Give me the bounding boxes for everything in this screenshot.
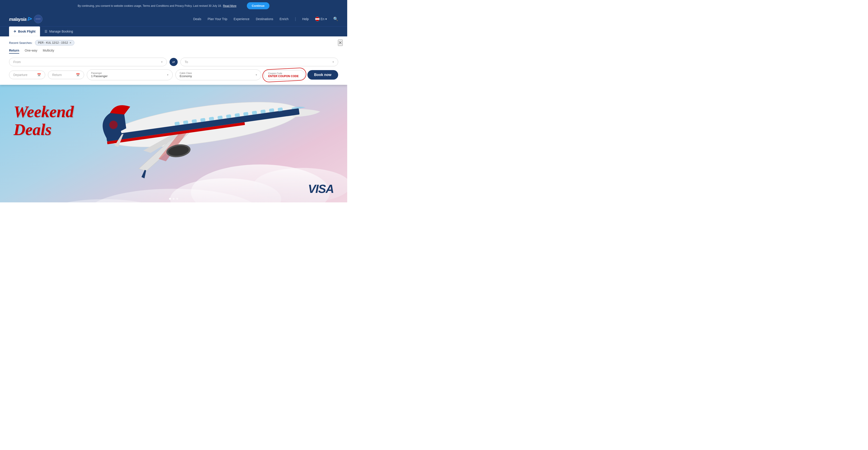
close-panel-button[interactable]: ✕ [338,39,343,46]
svg-rect-14 [217,116,223,120]
logo-malaysia: malaysia [9,17,26,22]
cookie-banner: By continuing, you consent to website co… [0,0,347,11]
nav-destinations[interactable]: Destinations [256,17,273,21]
trip-tab-oneway[interactable]: One-way [25,49,37,54]
passenger-chevron-icon: ▾ [167,73,168,77]
trip-tab-oneway-label: One-way [25,49,37,52]
cabin-value: Economy [180,74,192,78]
swap-button[interactable]: ⇄ [169,58,178,66]
language-selector[interactable]: En ▾ [315,17,327,21]
lang-chevron: ▾ [325,17,327,21]
recent-tag[interactable]: PER - KUL 12/12 - 15/12 ✕ [35,40,74,46]
svg-rect-13 [209,117,214,121]
to-field[interactable]: To ▾ [180,58,338,66]
nav-plan[interactable]: Plan Your Trip [208,17,227,21]
return-placeholder: Return [52,73,62,77]
tab-book-flight[interactable]: ✈ Book Flight [9,26,40,36]
visa-logo: VISA [308,182,334,196]
continue-button[interactable]: Continue [247,2,270,9]
svg-rect-18 [252,111,257,115]
svg-rect-21 [278,108,283,112]
return-field[interactable]: Return 📅 [48,70,84,79]
carousel-dot-1[interactable] [169,198,171,200]
svg-rect-15 [226,114,231,118]
coupon-field[interactable]: Coupon Code ENTER COUPON CODE [264,70,305,80]
svg-rect-17 [243,112,248,116]
from-chevron-icon: ▾ [161,60,162,64]
carousel-dot-3[interactable] [176,198,178,200]
logo-text: malaysia⊳ [9,16,32,22]
recent-searches-label: Recent Searches: [9,41,32,44]
from-field[interactable]: From ▾ [9,58,167,66]
hero-section: Weekend Deals VISA [0,85,347,202]
enrich-logo: enrich [34,15,42,23]
return-calendar-icon: 📅 [76,73,80,77]
passenger-label: Passenger [91,72,107,74]
svg-rect-20 [269,108,274,112]
to-chevron-icon: ▾ [333,60,334,64]
cookie-text: By continuing, you consent to website co… [78,4,222,7]
departure-field[interactable]: Departure 📅 [9,70,45,79]
manage-booking-icon: ☰ [44,30,48,33]
trip-tab-multicity-label: Multicity [43,49,54,52]
svg-rect-11 [192,119,197,123]
cabin-field[interactable]: Cabin Class Economy ▾ [176,69,261,80]
carousel-dot-2[interactable] [173,198,175,200]
svg-rect-9 [175,122,180,126]
booking-options-row: Departure 📅 Return 📅 Passenger 1 Passeng… [9,69,338,80]
svg-rect-12 [200,118,206,122]
nav-enrich[interactable]: Enrich [280,17,289,21]
cabin-label: Cabin Class [180,72,192,74]
tab-manage-booking[interactable]: ☰ Manage Booking [40,26,78,36]
main-nav: Deals Plan Your Trip Experience Destinat… [193,17,338,22]
flag-icon [315,17,320,21]
to-placeholder: To [185,60,188,64]
from-placeholder: From [13,60,21,64]
passenger-field[interactable]: Passenger 1 Passenger ▾ [87,69,173,80]
tabs-bar: ✈ Book Flight ☰ Manage Booking [0,26,347,36]
svg-rect-16 [235,113,240,117]
svg-rect-19 [260,110,266,114]
from-to-row: From ▾ ⇄ To ▾ [9,58,338,66]
weekend-deals-line2: Deals [13,121,74,139]
recent-searches: Recent Searches: PER - KUL 12/12 - 15/12… [9,40,338,46]
logo-area: malaysia⊳ enrich [9,15,193,23]
read-more-link[interactable]: Read More [223,4,236,7]
svg-rect-10 [183,120,188,124]
search-icon[interactable]: 🔍 [333,17,338,22]
weekend-deals-text: Weekend Deals [13,103,74,139]
trip-tab-return[interactable]: Return [9,49,19,54]
nav-deals[interactable]: Deals [193,17,202,21]
carousel-dots [169,198,178,200]
book-now-button[interactable]: Book now [307,70,338,80]
header: malaysia⊳ enrich Deals Plan Your Trip Ex… [0,11,347,26]
trip-type-tabs: Return One-way Multicity [9,49,338,54]
logo[interactable]: malaysia⊳ enrich [9,15,42,23]
nav-help[interactable]: Help [302,17,309,21]
book-flight-label: Book Flight [18,30,35,33]
passenger-value: 1 Passenger [91,74,107,78]
lang-text: En [320,17,324,21]
swap-icon: ⇄ [172,60,175,64]
trip-tab-multicity[interactable]: Multicity [43,49,54,54]
nav-experience[interactable]: Experience [234,17,250,21]
recent-tag-close[interactable]: ✕ [69,41,71,44]
weekend-deals-line1: Weekend [13,103,74,121]
book-flight-icon: ✈ [13,30,16,33]
manage-booking-label: Manage Booking [49,30,73,33]
recent-tag-text: PER - KUL 12/12 - 15/12 [38,41,68,44]
search-panel: ✕ Recent Searches: PER - KUL 12/12 - 15/… [0,36,347,85]
coupon-placeholder: ENTER COUPON CODE [268,74,301,78]
trip-tab-return-label: Return [9,49,19,52]
nav-divider: | [295,17,296,21]
departure-calendar-icon: 📅 [37,73,41,77]
hero-plane-image [0,85,347,202]
coupon-label: Coupon Code [268,72,301,74]
logo-wing: ⊳ [27,16,32,22]
cabin-chevron-icon: ▾ [256,73,257,77]
departure-placeholder: Departure [13,73,27,77]
